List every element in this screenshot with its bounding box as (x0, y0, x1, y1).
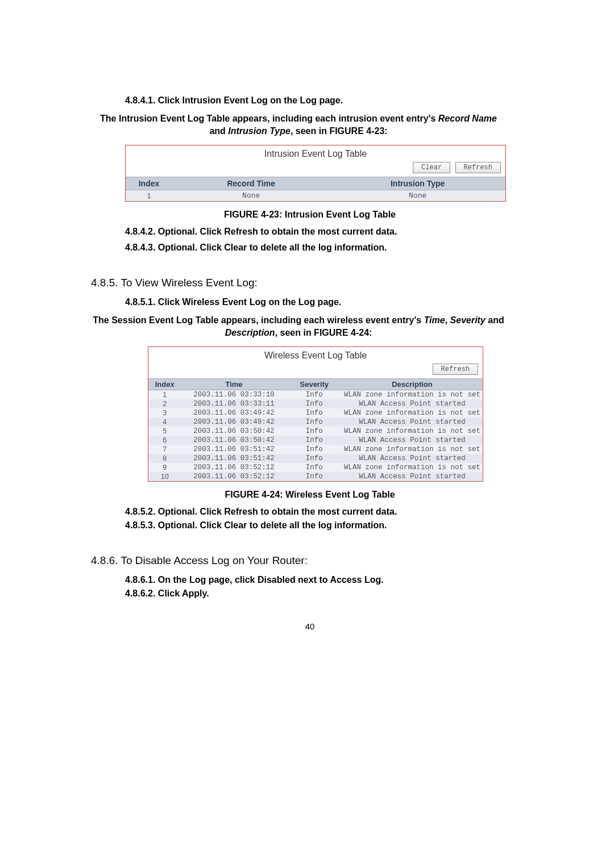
col-severity: Severity (287, 379, 342, 390)
step-4-8-6-1: 4.8.6.1. On the Log page, click Disabled… (125, 575, 529, 585)
section-4-8-5: 4.8.5. To View Wireless Event Log: (91, 277, 529, 289)
cell-record-time: None (172, 190, 330, 202)
table-header-row: Index Time Severity Description (148, 379, 483, 390)
table-row: 62003.11.06 03:50:42InfoWLAN Access Poin… (148, 436, 483, 445)
cell-description: WLAN Access Point started (342, 418, 483, 427)
term-description: Description (225, 328, 275, 337)
table-row: 42003.11.06 03:49:42InfoWLAN Access Poin… (148, 418, 483, 427)
cell-severity: Info (287, 427, 342, 436)
intro-text: , seen in FIGURE 4-24: (275, 328, 372, 337)
cell-index: 1 (148, 390, 181, 400)
step-4-8-4-2: 4.8.4.2. Optional. Click Refresh to obta… (125, 227, 529, 237)
cell-time: 2003.11.06 03:49:42 (181, 408, 287, 418)
cell-description: WLAN zone information is not set (342, 408, 483, 418)
intro-text: , (445, 315, 450, 325)
figure-4-24-box: Wireless Event Log Table Refresh Index T… (148, 347, 483, 482)
cell-index: 10 (148, 472, 181, 481)
col-record-time: Record Time (172, 177, 330, 190)
cell-severity: Info (287, 445, 342, 454)
cell-index: 9 (148, 463, 181, 472)
table-row: 72003.11.06 03:51:42InfoWLAN zone inform… (148, 445, 483, 454)
term-severity: Severity (450, 315, 486, 325)
cell-time: 2003.11.06 03:33:11 (181, 399, 287, 408)
cell-description: WLAN Access Point started (342, 472, 483, 481)
figure-4-24-caption: FIGURE 4-24: Wireless Event Log Table (91, 490, 529, 500)
intro-text: The Session Event Log Table appears, inc… (93, 315, 424, 325)
cell-severity: Info (287, 472, 342, 481)
cell-time: 2003.11.06 03:52:12 (181, 463, 287, 472)
intro-4-24: The Session Event Log Table appears, inc… (91, 314, 506, 339)
cell-severity: Info (287, 399, 342, 408)
figure-4-24-title: Wireless Event Log Table (148, 347, 483, 363)
section-4-8-6: 4.8.6. To Disable Access Log on Your Rou… (91, 554, 529, 567)
intro-text: and (209, 126, 228, 136)
wireless-log-table: Index Time Severity Description 12003.11… (148, 378, 483, 481)
cell-severity: Info (287, 436, 342, 445)
cell-severity: Info (287, 418, 342, 427)
step-4-8-6-2: 4.8.6.2. Click Apply. (125, 589, 529, 599)
cell-description: WLAN zone information is not set (342, 463, 483, 472)
cell-index: 1 (126, 190, 172, 202)
cell-severity: Info (287, 454, 342, 463)
step-4-8-5-1: 4.8.5.1. Click Wireless Event Log on the… (125, 297, 529, 307)
intro-text: The Intrusion Event Log Table appears, i… (100, 114, 438, 123)
cell-index: 4 (148, 418, 181, 427)
table-row: 102003.11.06 03:52:12InfoWLAN Access Poi… (148, 472, 483, 481)
cell-index: 6 (148, 436, 181, 445)
figure-4-23-buttons: Clear Refresh (126, 161, 505, 177)
intro-text: , seen in FIGURE 4-23: (291, 126, 388, 136)
table-row: 82003.11.06 03:51:42InfoWLAN Access Poin… (148, 454, 483, 463)
cell-severity: Info (287, 390, 342, 400)
term-intrusion-type: Intrusion Type (228, 126, 291, 136)
cell-description: WLAN zone information is not set (342, 427, 483, 436)
cell-index: 3 (148, 408, 181, 418)
figure-4-24-buttons: Refresh (148, 363, 483, 378)
cell-index: 2 (148, 399, 181, 408)
document-page: 4.8.4.1. Click Intrusion Event Log on th… (0, 0, 614, 631)
table-row: 92003.11.06 03:52:12InfoWLAN zone inform… (148, 463, 483, 472)
cell-description: WLAN zone information is not set (342, 445, 483, 454)
clear-button[interactable]: Clear (413, 162, 450, 173)
table-row: 52003.11.06 03:50:42InfoWLAN zone inform… (148, 427, 483, 436)
cell-description: WLAN Access Point started (342, 454, 483, 463)
table-header-row: Index Record Time Intrusion Type (126, 177, 505, 190)
cell-time: 2003.11.06 03:49:42 (181, 418, 287, 427)
refresh-button[interactable]: Refresh (433, 364, 478, 375)
col-index: Index (148, 379, 181, 390)
step-4-8-5-3: 4.8.5.3. Optional. Click Clear to delete… (125, 520, 529, 531)
cell-index: 7 (148, 445, 181, 454)
cell-description: WLAN Access Point started (342, 399, 483, 408)
table-row: 22003.11.06 03:33:11InfoWLAN Access Poin… (148, 399, 483, 408)
col-index: Index (126, 177, 172, 190)
figure-4-23-title: Intrusion Event Log Table (126, 145, 505, 161)
figure-4-23-box: Intrusion Event Log Table Clear Refresh … (125, 145, 506, 202)
cell-intrusion-type: None (330, 190, 505, 202)
cell-time: 2003.11.06 03:51:42 (181, 454, 287, 463)
table-row: 1 None None (126, 190, 505, 202)
intro-text: and (486, 315, 504, 325)
cell-severity: Info (287, 463, 342, 472)
figure-4-23-caption: FIGURE 4-23: Intrusion Event Log Table (91, 210, 529, 220)
cell-time: 2003.11.06 03:51:42 (181, 445, 287, 454)
step-4-8-5-2: 4.8.5.2. Optional. Click Refresh to obta… (125, 507, 529, 517)
table-row: 12003.11.06 03:33:10InfoWLAN zone inform… (148, 390, 483, 400)
intro-4-23: The Intrusion Event Log Table appears, i… (91, 112, 506, 137)
cell-time: 2003.11.06 03:33:10 (181, 390, 287, 400)
term-record-name: Record Name (438, 114, 497, 123)
cell-description: WLAN zone information is not set (342, 390, 483, 400)
cell-index: 5 (148, 427, 181, 436)
term-time: Time (424, 315, 445, 325)
cell-severity: Info (287, 408, 342, 418)
col-time: Time (181, 379, 287, 390)
col-intrusion-type: Intrusion Type (330, 177, 505, 190)
refresh-button[interactable]: Refresh (455, 162, 501, 173)
cell-index: 8 (148, 454, 181, 463)
page-number: 40 (91, 621, 529, 631)
cell-time: 2003.11.06 03:52:12 (181, 472, 287, 481)
cell-time: 2003.11.06 03:50:42 (181, 427, 287, 436)
step-4-8-4-1: 4.8.4.1. Click Intrusion Event Log on th… (125, 95, 529, 106)
col-description: Description (342, 379, 483, 390)
step-4-8-4-3: 4.8.4.3. Optional. Click Clear to delete… (125, 243, 529, 253)
intrusion-log-table: Index Record Time Intrusion Type 1 None … (126, 177, 505, 201)
cell-description: WLAN Access Point started (342, 436, 483, 445)
